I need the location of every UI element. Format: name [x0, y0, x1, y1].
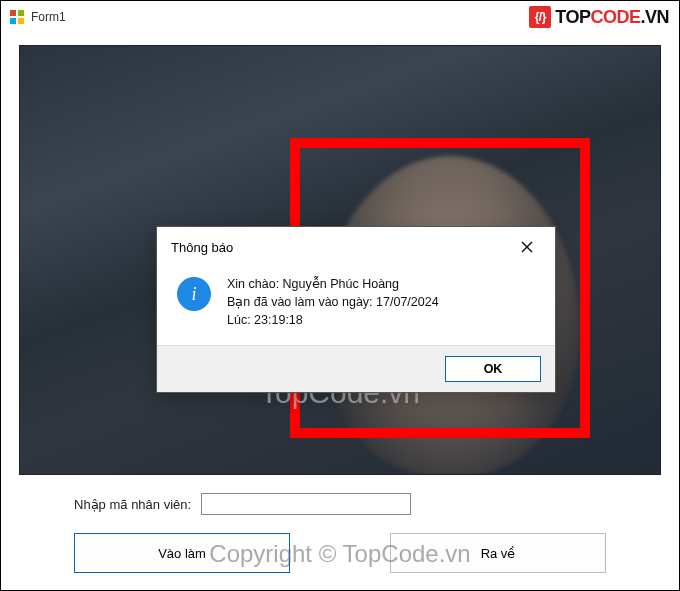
svg-rect-0 — [10, 10, 16, 16]
message-dialog: Thông báo i Xin chào: Nguyễn Phúc Hoàng … — [156, 226, 556, 393]
employee-id-input[interactable] — [201, 493, 411, 515]
svg-rect-1 — [18, 10, 24, 16]
dialog-line-1: Xin chào: Nguyễn Phúc Hoàng — [227, 275, 439, 293]
action-buttons: Vào làm Ra về — [19, 533, 661, 573]
dialog-body: i Xin chào: Nguyễn Phúc Hoàng Bạn đã vào… — [157, 265, 555, 345]
employee-id-row: Nhập mã nhân viên: — [19, 493, 661, 515]
brand-mark-icon: {/} — [529, 6, 551, 28]
dialog-title: Thông báo — [171, 240, 233, 255]
brand-text-3: .VN — [640, 7, 669, 28]
window-title: Form1 — [31, 10, 66, 24]
checkout-button[interactable]: Ra về — [390, 533, 606, 573]
brand-text-2: CODE — [590, 7, 640, 28]
svg-rect-2 — [10, 18, 16, 24]
app-icon — [9, 9, 25, 25]
brand-text-1: TOP — [555, 7, 590, 28]
dialog-message: Xin chào: Nguyễn Phúc Hoàng Bạn đã vào l… — [227, 275, 439, 329]
dialog-close-button[interactable] — [509, 235, 545, 259]
checkin-button[interactable]: Vào làm — [74, 533, 290, 573]
employee-id-label: Nhập mã nhân viên: — [74, 497, 191, 512]
dialog-titlebar: Thông báo — [157, 227, 555, 265]
dialog-line-2: Bạn đã vào làm vào ngày: 17/07/2024 — [227, 293, 439, 311]
close-icon — [521, 241, 533, 253]
svg-rect-3 — [18, 18, 24, 24]
dialog-ok-button[interactable]: OK — [445, 356, 541, 382]
dialog-line-3: Lúc: 23:19:18 — [227, 311, 439, 329]
dialog-footer: OK — [157, 345, 555, 392]
info-icon: i — [177, 277, 211, 311]
window-titlebar: Form1 {/} TOPCODE.VN — [1, 1, 679, 33]
brand-logo: {/} TOPCODE.VN — [529, 6, 669, 28]
